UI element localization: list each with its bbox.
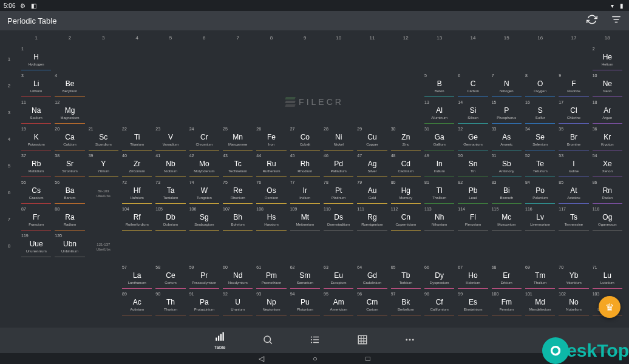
element-Tb[interactable]: 65TbTerbium (389, 265, 423, 291)
element-Rn[interactable]: 86RnRadon (591, 180, 624, 206)
element-Zn[interactable]: 30ZnZinc (389, 126, 423, 153)
element-As[interactable]: 33AsArsenic (490, 126, 523, 153)
element-Mn[interactable]: 25MnManganese (221, 126, 254, 153)
element-U[interactable]: 92UUranium (221, 291, 254, 318)
element-O[interactable]: 8OOxygen (523, 73, 557, 99)
element-Np[interactable]: 93NpNeptunium (254, 291, 288, 318)
element-Hf[interactable]: 72HfHafnium (120, 180, 154, 206)
element-Kr[interactable]: 36KrKrypton (591, 126, 624, 153)
element-Ge[interactable]: 32GeGermanium (456, 126, 489, 153)
element-Fl[interactable]: 114FlFlerovium (456, 206, 489, 233)
element-Ds[interactable]: 110DsDarmstadtium (322, 206, 355, 233)
element-Db[interactable]: 105DbDubnium (154, 206, 187, 233)
element-Am[interactable]: 95AmAmericium (322, 291, 355, 318)
element-Lu[interactable]: 71LuLutetium (591, 265, 624, 291)
element-Te[interactable]: 52TeTellurium (523, 153, 557, 180)
element-Cd[interactable]: 48CdCadmium (389, 153, 423, 180)
element-Pm[interactable]: 61PmPromethium (254, 265, 288, 291)
element-Ca[interactable]: 20CaCalcium (53, 126, 86, 153)
element-Cm[interactable]: 96CmCurium (355, 291, 389, 318)
element-Hg[interactable]: 80HgMercury (389, 180, 423, 206)
element-Os[interactable]: 76OsOsmium (254, 180, 288, 206)
element-Ac[interactable]: 89AcActinium (120, 291, 154, 318)
element-Sn[interactable]: 50SnTin (456, 153, 489, 180)
recents-button[interactable]: □ (366, 354, 370, 363)
nav-table[interactable]: Table (214, 331, 225, 350)
element-S[interactable]: 16SSulfur (523, 99, 557, 126)
element-Br[interactable]: 35BrBromine (557, 126, 590, 153)
element-Es[interactable]: 99EsEinsteinium (456, 291, 489, 318)
element-Co[interactable]: 27CoCobalt (288, 126, 322, 153)
element-F[interactable]: 9FFluorine (557, 73, 590, 99)
element-Og[interactable]: 118OgOganesson (591, 206, 624, 233)
element-Bi[interactable]: 83BiBismuth (490, 180, 523, 206)
element-Cl[interactable]: 17ClChlorine (557, 99, 590, 126)
element-Bk[interactable]: 97BkBerkelium (389, 291, 423, 318)
element-Ne[interactable]: 10NeNeon (591, 73, 624, 99)
element-C[interactable]: 6CCarbon (456, 73, 489, 99)
element-La[interactable]: 57LaLanthanum (120, 265, 154, 291)
element-Cr[interactable]: 24CrChromium (188, 126, 221, 153)
element-Tl[interactable]: 81TlThallium (423, 180, 456, 206)
element-Rg[interactable]: 111RgRoentgenium (355, 206, 389, 233)
element-Nh[interactable]: 113NhNihonium (423, 206, 456, 233)
element-Li[interactable]: 3LiLithium (19, 73, 53, 99)
element-Nd[interactable]: 60NdNeodymium (221, 265, 254, 291)
element-Xe[interactable]: 54XeXenon (591, 153, 624, 180)
element-Ag[interactable]: 47AgSilver (355, 153, 389, 180)
element-Nb[interactable]: 41NbNiobium (154, 153, 187, 180)
element-Eu[interactable]: 63EuEuropium (322, 265, 355, 291)
element-Cu[interactable]: 29CuCopper (355, 126, 389, 153)
element-B[interactable]: 5BBoron (423, 73, 456, 99)
element-Fr[interactable]: 87FrFrancium (19, 206, 53, 233)
element-N[interactable]: 7NNitrogen (490, 73, 523, 99)
element-W[interactable]: 74WTungsten (188, 180, 221, 206)
element-Md[interactable]: 101MdMendelevium (523, 291, 557, 318)
element-Be[interactable]: 4BeBeryllium (53, 73, 86, 99)
element-Mc[interactable]: 115McMoscovium (490, 206, 523, 233)
element-Rf[interactable]: 104RfRutherfordium (120, 206, 154, 233)
element-Y[interactable]: 39YYttrium (87, 153, 120, 180)
element-Na[interactable]: 11NaSodium (19, 99, 53, 126)
element-Ba[interactable]: 56BaBarium (53, 180, 86, 206)
element-Ti[interactable]: 22TiTitanium (120, 126, 154, 153)
element-Ts[interactable]: 117TsTennessine (557, 206, 590, 233)
element-Rb[interactable]: 37RbRubidium (19, 153, 53, 180)
home-button[interactable]: ○ (313, 354, 317, 363)
element-Pu[interactable]: 94PuPlutonium (288, 291, 322, 318)
element-Ir[interactable]: 77IrIridium (288, 180, 322, 206)
element-Pa[interactable]: 91PaProtactinium (188, 291, 221, 318)
element-Ce[interactable]: 58CeCerium (154, 265, 187, 291)
element-Cn[interactable]: 112CnCopernicium (389, 206, 423, 233)
element-Mt[interactable]: 109MtMeitnerium (288, 206, 322, 233)
element-Al[interactable]: 13AlAluminum (423, 99, 456, 126)
nav-list[interactable] (310, 334, 321, 346)
nav-grid[interactable] (357, 334, 368, 346)
element-Rh[interactable]: 45RhRhodium (288, 153, 322, 180)
element-Tm[interactable]: 69TmThulium (523, 265, 557, 291)
element-Sg[interactable]: 106SgSeaborgium (188, 206, 221, 233)
element-Po[interactable]: 84PoPolonium (523, 180, 557, 206)
element-Ni[interactable]: 28NiNickel (322, 126, 355, 153)
element-Sb[interactable]: 51SbAntimony (490, 153, 523, 180)
element-V[interactable]: 23VVanadium (154, 126, 187, 153)
element-Lv[interactable]: 116LvLivermorium (523, 206, 557, 233)
element-Sc[interactable]: 21ScScandium (87, 126, 120, 153)
element-Se[interactable]: 34SeSelenium (523, 126, 557, 153)
element-Gd[interactable]: 64GdGadolinium (355, 265, 389, 291)
premium-fab[interactable]: ♛ (599, 296, 620, 318)
element-Fm[interactable]: 100FmFermium (490, 291, 523, 318)
filter-icon[interactable] (611, 14, 622, 27)
sync-icon[interactable] (586, 14, 597, 27)
element-At[interactable]: 85AtAstatine (557, 180, 590, 206)
element-Cf[interactable]: 98CfCalifornium (423, 291, 456, 318)
element-Re[interactable]: 75ReRhenium (221, 180, 254, 206)
element-H[interactable]: 1HHydrogen (19, 46, 53, 73)
element-Mg[interactable]: 12MgMagnesium (53, 99, 86, 126)
element-Pb[interactable]: 82PbLead (456, 180, 489, 206)
element-K[interactable]: 19KPotassium (19, 126, 53, 153)
element-Th[interactable]: 90ThThorium (154, 291, 187, 318)
element-Ru[interactable]: 44RuRuthenium (254, 153, 288, 180)
nav-search[interactable] (262, 334, 273, 346)
element-Ga[interactable]: 31GaGallium (423, 126, 456, 153)
